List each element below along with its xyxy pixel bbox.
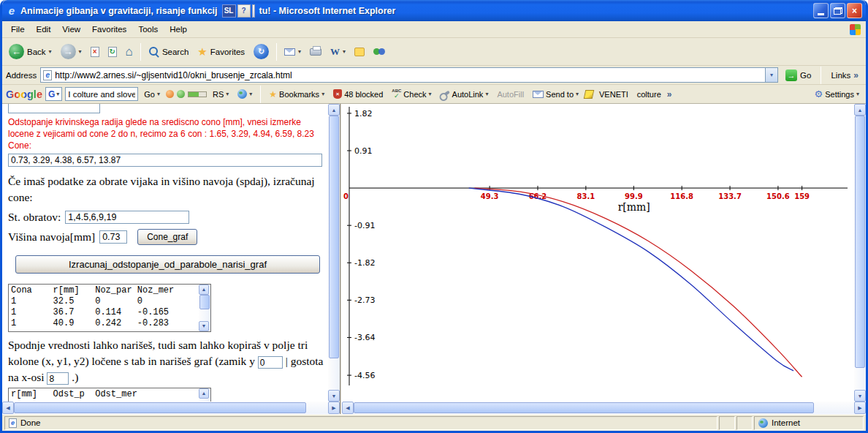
scroll-up-button[interactable] [328,104,340,116]
svg-text:-3.64: -3.64 [354,333,375,342]
language-bar[interactable]: SL ? [222,4,255,18]
obratov-input[interactable] [65,211,189,224]
mail-dropdown-icon[interactable] [298,48,301,55]
pagerank-bar-icon[interactable] [188,91,207,97]
site-info-icon[interactable] [166,90,174,98]
language-badge[interactable]: SL [222,4,236,18]
veneti-button[interactable]: VENETI [596,89,631,100]
svg-text:0: 0 [343,192,349,200]
scrollbar-thumb[interactable] [199,295,210,309]
right-frame-horizontal-scrollbar[interactable] [342,402,866,414]
forward-button[interactable]: → [57,42,85,61]
scrollbar-thumb[interactable] [14,402,306,413]
scroll-right-button[interactable] [854,402,866,414]
svg-text:159: 159 [794,192,810,200]
scroll-down-button[interactable] [199,321,209,331]
globe-menu-button[interactable] [235,88,255,100]
cone-values-input[interactable] [8,154,322,167]
spellcheck-icon: ABC ✓ [392,89,401,99]
left-frame-horizontal-scrollbar[interactable] [2,402,340,414]
word-dropdown-icon[interactable] [343,48,346,55]
google-go-button[interactable]: Go [141,89,163,100]
home-button[interactable]: ⌂ [122,43,137,60]
right-frame-vertical-scrollbar[interactable] [854,104,866,402]
mail-button[interactable] [281,46,305,58]
print-button[interactable] [306,46,325,58]
instructions-red-note: Odstopanje krivinskega radija glede na s… [8,117,328,151]
scroll-up-button[interactable] [854,104,866,116]
send-to-button[interactable]: Send to [530,89,582,100]
edit-word-button[interactable]: W [327,44,349,60]
back-button[interactable]: ← Back [5,42,56,61]
title-bar[interactable]: e Animacije gibanja v gravitaciji, risan… [2,0,866,21]
favorites-star-icon: ★ [197,46,207,57]
highlighter-icon[interactable] [584,90,595,99]
back-dropdown-icon[interactable] [49,48,52,55]
plot-instructions-text: Spodnje vrednosti lahko narišeš, tudi sa… [8,337,328,385]
refresh-button[interactable]: ↻ [104,45,121,59]
restore-button[interactable] [830,3,845,18]
status-pane [736,416,753,430]
rs-button[interactable]: RS [210,89,232,100]
spellcheck-button[interactable]: ABC ✓ Check [389,87,434,101]
google-search-input[interactable] [65,87,138,101]
menu-edit[interactable]: Edit [31,23,57,36]
address-dropdown-button[interactable] [765,68,777,82]
textarea-scrollbar[interactable] [199,285,210,331]
colture-button[interactable]: colture [634,89,664,100]
autofill-button[interactable]: AutoFill [494,89,527,100]
messenger-button[interactable] [370,45,389,59]
scrollbar-thumb[interactable] [855,116,865,368]
menu-help[interactable]: Help [164,23,193,36]
google-logo: Google [6,89,42,100]
chevron-down-icon [856,91,859,97]
cone-graf-button[interactable]: Cone_graf [137,229,197,245]
favorites-button[interactable]: ★ Favorites [194,44,248,59]
bookmarks-button[interactable]: ★ Bookmarks [266,89,327,100]
close-button[interactable]: × [847,3,862,18]
media-button[interactable]: ↻ [250,42,273,61]
scroll-down-button[interactable] [854,390,866,402]
discuss-button[interactable] [351,45,368,59]
results-textarea[interactable]: Cona r[mm] Noz_par Noz_mer 1 32.5 0 0 1 … [8,284,211,332]
minimize-button[interactable] [813,3,829,18]
toolbar-overflow-chevron-icon[interactable]: » [667,90,672,99]
pagerank-icon[interactable] [177,90,185,98]
partial-input-top[interactable] [8,104,100,113]
zamik-y-input[interactable] [258,356,283,369]
scroll-up-button[interactable] [199,285,209,295]
deviation-textarea[interactable]: r[mm] Odst_p Odst_mer [8,388,211,402]
address-input[interactable]: e http://www2.arnes.si/~gljsentvid10/okn… [40,67,778,83]
forward-dropdown-icon[interactable] [79,48,82,55]
menu-tools[interactable]: Tools [132,23,164,36]
links-button[interactable]: Links » [827,69,862,82]
scroll-left-button[interactable] [2,402,14,414]
language-bar-grip[interactable] [252,4,255,18]
search-button[interactable]: Search [145,44,192,59]
menu-view[interactable]: View [56,23,86,36]
scroll-right-button[interactable] [328,402,340,414]
textarea-scrollbar[interactable] [199,388,210,402]
stop-icon: × [91,47,99,57]
menu-file[interactable]: File [5,23,31,36]
keyboard-icon[interactable]: ? [237,4,251,18]
stop-button[interactable]: × [87,45,103,59]
popup-blocked-button[interactable]: × 48 blocked [330,88,386,100]
scrollbar-thumb[interactable] [329,116,339,358]
menu-favorites[interactable]: Favorites [86,23,132,36]
scrollbar-thumb[interactable] [354,402,814,413]
arrow-left-icon [6,405,9,410]
gostota-x-input[interactable] [47,372,69,385]
scroll-down-button[interactable] [328,390,340,402]
go-button[interactable]: → Go [782,67,815,83]
navoja-input[interactable] [99,230,127,244]
compute-parabola-button[interactable]: Izracunaj_odstopanje_od_parabole_narisi_… [15,255,320,274]
settings-button[interactable]: ⚙ Settings [812,88,862,100]
scroll-left-button[interactable] [342,402,354,414]
google-search-select[interactable]: G [45,87,62,101]
left-frame-vertical-scrollbar[interactable] [328,104,340,402]
autolink-button[interactable]: AutoLink [438,89,492,100]
chart-frame: 1.820.91-0.91-1.82-2.73-3.64-4.5649.366.… [342,104,854,402]
scroll-up-button[interactable] [199,388,209,399]
address-url[interactable]: http://www2.arnes.si/~gljsentvid10/okni_… [55,70,762,80]
